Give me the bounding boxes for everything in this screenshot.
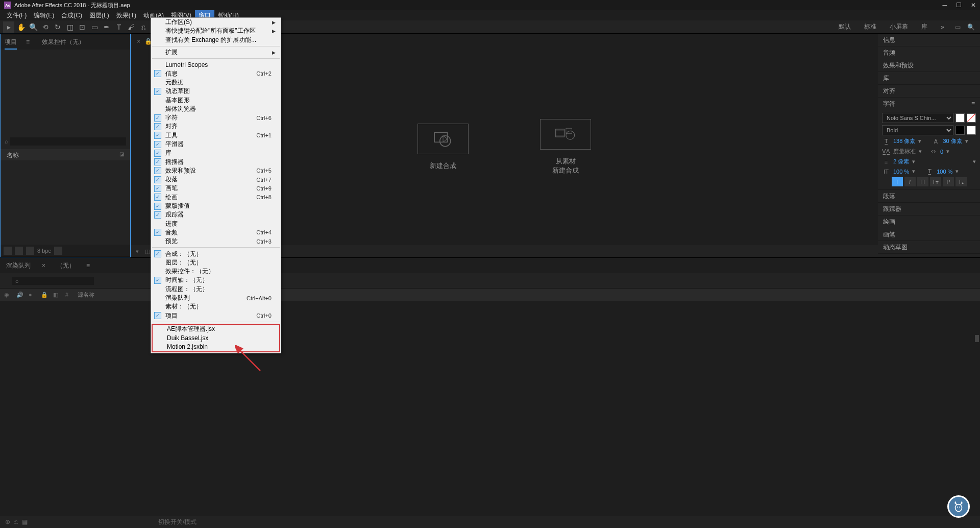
close-button[interactable]: ✕ <box>971 2 976 9</box>
menu-item[interactable]: ✓时间轴：（无） <box>151 276 281 284</box>
brush-tool[interactable]: 🖌 <box>126 21 137 33</box>
fill-swatch[interactable] <box>955 113 965 123</box>
interpret-icon[interactable] <box>4 247 12 255</box>
tab-effect-controls[interactable]: 效果控件（无） <box>42 38 85 46</box>
rotation-tool[interactable]: ↻ <box>52 21 63 33</box>
font-size-value[interactable]: 138 像素 <box>893 137 915 145</box>
solo-icon[interactable]: ● <box>29 292 36 298</box>
swatch-white[interactable] <box>967 126 976 135</box>
subscript-button[interactable]: T₁ <box>955 177 967 186</box>
menu-item[interactable]: ✓对齐 <box>151 122 281 131</box>
stroke-swatch[interactable] <box>967 113 976 123</box>
panel-paint[interactable]: 绘画 <box>878 215 980 228</box>
shy-icon[interactable]: ⎌ <box>14 518 18 525</box>
menu-item[interactable]: ✓动态草图 <box>151 87 281 95</box>
minimize-button[interactable]: ─ <box>942 2 947 9</box>
orbit-tool[interactable]: ⟲ <box>40 21 51 33</box>
snap-icon[interactable]: ▭ <box>951 22 964 32</box>
superscript-button[interactable]: T¹ <box>943 177 954 186</box>
panel-character[interactable]: 字符≡ <box>878 98 980 110</box>
menu-item[interactable]: 工作区(S)▶ <box>151 18 281 27</box>
menu-item[interactable]: 查找有关 Exchange 的扩展功能... <box>151 36 281 44</box>
menu-item[interactable]: ✓蒙版插值 <box>151 202 281 210</box>
clone-tool[interactable]: ⎌ <box>138 21 149 33</box>
menu-item[interactable]: 基本图形 <box>151 95 281 104</box>
panel-audio[interactable]: 音频 <box>878 46 980 59</box>
panel-library[interactable]: 库 <box>878 72 980 84</box>
menu-item[interactable]: 效果控件：（无） <box>151 267 281 276</box>
lock-icon[interactable]: 🔒 <box>41 292 48 298</box>
project-list[interactable] <box>1 160 130 245</box>
menu-item[interactable]: 进度 <box>151 220 281 228</box>
kerning-value[interactable]: 度量标准 <box>893 148 916 155</box>
search-icon[interactable]: 🔍 <box>965 22 977 32</box>
panel-effects[interactable]: 效果和预设 <box>878 59 980 71</box>
camera-tool[interactable]: ◫ <box>64 21 76 33</box>
timeline-body[interactable] <box>0 301 980 516</box>
menu-item[interactable]: 图层：（无） <box>151 258 281 267</box>
vscale-value[interactable]: 100 % <box>893 169 909 175</box>
menu-item[interactable]: ✓画笔Ctrl+9 <box>151 184 281 193</box>
menu-item[interactable]: 流程图：（无） <box>151 285 281 294</box>
panel-info[interactable]: 信息 <box>878 34 980 46</box>
menu-item[interactable]: ✓段落Ctrl+7 <box>151 175 281 184</box>
menu-item[interactable]: ✓绘画Ctrl+8 <box>151 193 281 202</box>
menu-4[interactable]: 效果(T) <box>113 10 140 21</box>
menu-0[interactable]: 文件(F) <box>3 10 30 21</box>
menu-item-script[interactable]: Motion 2.jsxbin <box>153 342 279 351</box>
menu-item-script[interactable]: Duik Bassel.jsx <box>153 333 279 342</box>
workspace-standard[interactable]: 标准 <box>858 22 883 31</box>
tab-project[interactable]: 项目 <box>5 38 17 46</box>
menu-item[interactable]: ✓合成：（无） <box>151 249 281 258</box>
pen-tool[interactable]: ✒ <box>101 21 112 33</box>
workspace-default[interactable]: 默认 <box>832 22 857 31</box>
menu-item[interactable]: ✓效果和预设Ctrl+5 <box>151 166 281 175</box>
panel-motionsketch[interactable]: 动态草图 <box>878 241 980 253</box>
menu-item-script[interactable]: AE脚本管理器.jsx <box>153 325 279 333</box>
panel-tracker[interactable]: 跟踪器 <box>878 203 980 215</box>
new-comp-card[interactable]: 新建合成 <box>418 124 469 171</box>
menu-item[interactable]: ✓项目Ctrl+0 <box>151 311 281 320</box>
col-source-name[interactable]: 源名称 <box>78 291 94 299</box>
allcaps-button[interactable]: TT <box>917 177 928 186</box>
menu-1[interactable]: 编辑(E) <box>30 10 58 21</box>
tab-render-queue[interactable]: 渲染队列 <box>6 261 31 270</box>
trash-icon[interactable] <box>54 247 62 255</box>
workspace-library[interactable]: 库 <box>915 22 934 31</box>
panel-menu-icon[interactable]: ≡ <box>971 100 975 107</box>
menu-item[interactable]: ✓摇摆器 <box>151 157 281 166</box>
menu-item[interactable]: 媒体浏览器 <box>151 105 281 113</box>
menu-item[interactable]: Lumetri Scopes <box>151 60 281 69</box>
number-icon[interactable]: # <box>65 292 72 298</box>
workspace-more[interactable]: » <box>935 23 950 31</box>
stroke-width-value[interactable]: 2 像素 <box>893 158 909 165</box>
tab-none[interactable]: （无） <box>57 261 75 270</box>
panel-paragraph[interactable]: 段落 <box>878 190 980 202</box>
tab-menu-icon[interactable]: ≡ <box>86 262 90 269</box>
rect-tool[interactable]: ▭ <box>89 21 100 33</box>
menu-item[interactable]: 扩展▶ <box>151 48 281 57</box>
tab-menu-icon[interactable]: ≡ <box>26 38 30 45</box>
menu-item[interactable]: ✓字符Ctrl+6 <box>151 113 281 122</box>
label-icon[interactable]: ◪ <box>119 151 124 158</box>
selection-tool[interactable]: ▸ <box>3 21 14 33</box>
menu-item[interactable]: 预览Ctrl+3 <box>151 237 281 246</box>
menu-2[interactable]: 合成(C) <box>58 10 86 21</box>
audio-icon[interactable]: 🔊 <box>16 292 23 298</box>
swatch-black[interactable] <box>955 126 965 135</box>
menu-item[interactable]: ✓库 <box>151 149 281 157</box>
tab-close-icon[interactable]: × <box>42 262 45 269</box>
from-footage-card[interactable]: 从素材新建合成 <box>540 119 591 175</box>
timeline-search-input[interactable] <box>12 277 94 285</box>
font-weight-select[interactable]: Bold <box>882 125 953 135</box>
zoom-tool[interactable]: 🔍 <box>28 21 39 33</box>
col-name[interactable]: 名称 <box>7 151 19 158</box>
bold-button[interactable]: T <box>892 177 903 186</box>
comp-icon[interactable] <box>26 247 34 255</box>
pan-behind-tool[interactable]: ⊡ <box>77 21 88 33</box>
tracking-value[interactable]: 0 <box>940 149 943 155</box>
leading-value[interactable]: 30 像素 <box>943 137 962 145</box>
menu-item[interactable]: 元数据 <box>151 78 281 87</box>
menu-item[interactable]: 渲染队列Ctrl+Alt+0 <box>151 294 281 302</box>
menu-item[interactable]: ✓音频Ctrl+4 <box>151 228 281 237</box>
